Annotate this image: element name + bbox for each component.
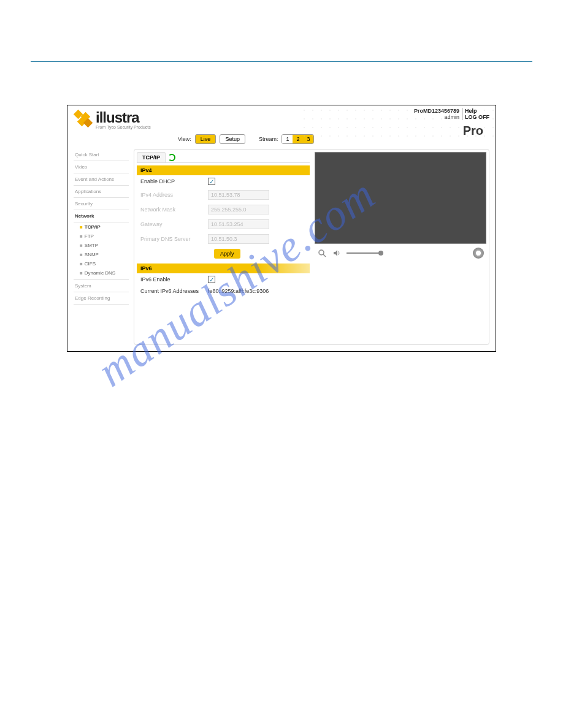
setup-button[interactable]: Setup — [220, 134, 245, 144]
svg-line-1 — [323, 254, 326, 257]
netmask-label: Network Mask — [140, 207, 202, 213]
sidebar-sub-tcpip-label: TCP/IP — [85, 224, 101, 230]
sidebar-item-events[interactable]: Event and Actions — [74, 173, 129, 186]
live-button[interactable]: Live — [195, 134, 216, 144]
username-label: admin — [414, 114, 459, 120]
view-label: View: — [178, 136, 191, 142]
refresh-icon[interactable] — [168, 154, 175, 161]
header-info: ProMD123456789 admin Help LOG OFF — [414, 108, 489, 120]
content-panel: TCP/IP IPv4 Enable DHCP ✓ IPv4 Address N… — [134, 149, 489, 345]
apply-button[interactable]: Apply — [214, 249, 240, 259]
brand-logo: illustra From Tyco Security Products — [74, 109, 151, 129]
volume-slider[interactable] — [347, 252, 383, 254]
tab-tcpip[interactable]: TCP/IP — [137, 152, 166, 162]
sidebar-sub-tcpip[interactable]: ■TCP/IP — [74, 222, 129, 232]
enable-dhcp-checkbox[interactable]: ✓ — [208, 178, 215, 185]
sidebar-item-edge[interactable]: Edge Recording — [74, 292, 129, 305]
volume-icon[interactable] — [332, 248, 342, 258]
ipv4-address-label: IPv4 Address — [140, 192, 202, 198]
sidebar-nav: Quick Start Video Event and Actions Appl… — [74, 149, 129, 305]
ipv6-enable-checkbox[interactable]: ✓ — [208, 276, 215, 283]
product-line-label: Pro — [463, 124, 483, 138]
logoff-link[interactable]: LOG OFF — [465, 114, 489, 120]
ipv6-current-value: fe80::9259:afff:fe3c:9306 — [208, 288, 269, 294]
zoom-icon[interactable] — [317, 248, 327, 258]
stop-button[interactable] — [473, 248, 484, 259]
netmask-input[interactable] — [208, 205, 269, 214]
sidebar-item-video[interactable]: Video — [74, 161, 129, 173]
sidebar-item-applications[interactable]: Applications — [74, 186, 129, 198]
ipv6-enable-label: IPv6 Enable — [140, 276, 202, 282]
sidebar-item-security[interactable]: Security — [74, 198, 129, 210]
gateway-label: Gateway — [140, 221, 202, 227]
brand-tagline: From Tyco Security Products — [96, 125, 151, 129]
enable-dhcp-label: Enable DHCP — [140, 178, 202, 184]
sidebar-sub-ftp[interactable]: ■FTP — [74, 232, 129, 241]
svg-marker-2 — [334, 250, 337, 256]
sidebar-sub-cifs[interactable]: ■CIFS — [74, 259, 129, 268]
video-preview-column — [315, 152, 486, 342]
video-preview — [315, 152, 486, 244]
sidebar-item-system[interactable]: System — [74, 280, 129, 292]
svg-point-0 — [319, 250, 324, 255]
help-link[interactable]: Help — [465, 108, 489, 114]
ipv4-address-input[interactable] — [208, 190, 269, 200]
sidebar-item-network[interactable]: Network — [74, 210, 129, 222]
divider-line — [31, 61, 532, 62]
sidebar-sub-snmp-label: SNMP — [85, 252, 99, 257]
stream-1-button[interactable]: 1 — [282, 135, 293, 143]
dns-label: Primary DNS Server — [140, 236, 202, 242]
stream-label: Stream: — [259, 136, 278, 142]
ipv6-section-header: IPv6 — [137, 264, 310, 273]
sidebar-item-quickstart[interactable]: Quick Start — [74, 149, 129, 161]
logo-cubes-icon — [74, 110, 93, 129]
gateway-input[interactable] — [208, 219, 269, 229]
sidebar-sub-snmp[interactable]: ■SNMP — [74, 250, 129, 259]
ipv4-section-header: IPv4 — [137, 165, 310, 175]
sidebar-sub-ddns-label: Dynamic DNS — [85, 270, 115, 276]
sidebar-sub-smtp-label: SMTP — [85, 243, 98, 248]
ipv6-current-label: Current IPv6 Addresses — [140, 288, 202, 294]
sidebar-sub-ddns[interactable]: ■Dynamic DNS — [74, 268, 129, 280]
app-window: illustra From Tyco Security Products Pro… — [67, 105, 496, 352]
dns-input[interactable] — [208, 234, 269, 244]
sidebar-sub-cifs-label: CIFS — [85, 261, 96, 267]
brand-text: illustra — [96, 109, 151, 126]
sidebar-sub-smtp[interactable]: ■SMTP — [74, 241, 129, 250]
device-id: ProMD123456789 — [414, 108, 459, 114]
sidebar-sub-ftp-label: FTP — [85, 233, 94, 239]
